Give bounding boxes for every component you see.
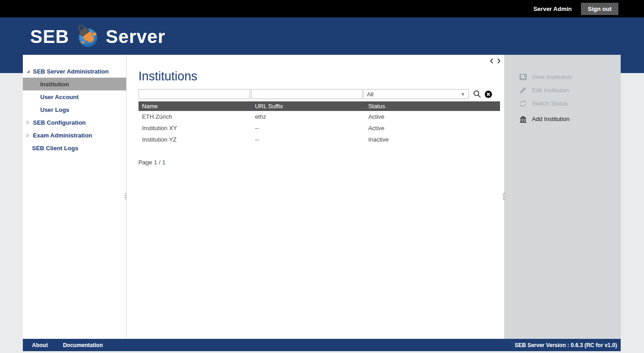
clear-filter-icon: [484, 90, 492, 98]
tree-expanded-icon[interactable]: [26, 69, 30, 74]
sidebar-item-seb-server-administration[interactable]: SEB Server Administration: [23, 65, 126, 78]
sidebar-item-label: SEB Client Logs: [32, 145, 78, 152]
tree-collapsed-icon[interactable]: [26, 121, 30, 125]
filter-status-select[interactable]: All ▼: [363, 89, 469, 99]
logo-text-seb: SEB: [30, 25, 69, 48]
table-row[interactable]: Institution XY -- Active: [138, 122, 500, 134]
cell-name: Institution YZ: [138, 136, 251, 143]
tree-collapsed-icon[interactable]: [26, 133, 30, 137]
cell-url-suffix: --: [251, 125, 365, 132]
filter-row: All ▼: [138, 89, 504, 99]
column-header-url-suffix[interactable]: URL Suffix: [251, 103, 365, 110]
sidebar-item-seb-configuration[interactable]: SEB Configuration: [23, 116, 126, 129]
action-label: View Institution: [532, 74, 572, 80]
cell-url-suffix: ethz: [251, 113, 365, 120]
sidebar-item-label: User Account: [40, 94, 79, 100]
table-row[interactable]: Institution YZ -- Inactive: [138, 134, 500, 145]
institutions-table: Name URL Suffix Status ETH Zürich ethz A…: [138, 101, 500, 145]
filter-url-suffix-input[interactable]: [251, 89, 362, 99]
main-content: Institutions All ▼ Name URL Suffix: [127, 55, 504, 339]
cell-status: Active: [365, 125, 500, 132]
action-pane: View Institution Edit Institution Switch…: [505, 55, 621, 339]
search-icon: [473, 90, 481, 98]
sidebar-nav: SEB Server Administration Institution Us…: [23, 55, 126, 339]
sidebar-item-seb-client-logs[interactable]: SEB Client Logs: [23, 142, 126, 154]
sign-out-button[interactable]: Sign out: [581, 3, 618, 15]
cell-status: Inactive: [365, 136, 500, 143]
edit-institution-icon: [519, 87, 527, 94]
app-logo: SEB Server: [30, 24, 165, 49]
logged-in-user-label: Server Admin: [533, 5, 572, 12]
table-row[interactable]: ETH Zürich ethz Active: [138, 111, 500, 122]
filter-status-value: All: [367, 91, 373, 98]
sidebar-item-exam-administration[interactable]: Exam Administration: [23, 129, 126, 142]
sidebar-item-user-account[interactable]: User Account: [23, 90, 126, 103]
sidebar-item-label: User Logs: [40, 106, 69, 113]
topbar: Server Admin Sign out: [0, 0, 644, 17]
sidebar-item-label: Institution: [40, 81, 69, 88]
add-institution-icon: [519, 116, 527, 123]
column-header-status[interactable]: Status: [365, 103, 500, 110]
pagination-label: Page 1 / 1: [138, 159, 504, 166]
cell-status: Active: [365, 113, 500, 120]
sidebar-item-label: SEB Server Administration: [33, 68, 109, 75]
sidebar-item-label: Exam Administration: [33, 132, 92, 139]
page-title: Institutions: [138, 69, 504, 83]
action-label: Switch Status: [532, 100, 568, 107]
splitter-handle[interactable]: [503, 193, 506, 200]
filter-name-input[interactable]: [138, 89, 250, 99]
table-header-row: Name URL Suffix Status: [138, 101, 500, 111]
cell-url-suffix: --: [251, 136, 365, 143]
footer-link-about[interactable]: About: [32, 342, 48, 348]
action-label: Add Institution: [532, 116, 569, 122]
action-edit-institution: Edit Institution: [505, 84, 621, 97]
version-label: SEB Server Version : 0.6.3 (RC for v1.0): [515, 342, 617, 348]
action-add-institution[interactable]: Add Institution: [505, 112, 621, 126]
collapse-right-icon[interactable]: [497, 58, 501, 64]
right-splitter: [504, 55, 505, 339]
column-header-name[interactable]: Name: [138, 103, 251, 110]
view-institution-icon: [519, 74, 527, 80]
action-switch-status: Switch Status: [505, 97, 621, 110]
action-view-institution: View Institution: [505, 70, 621, 84]
sidebar-item-user-logs[interactable]: User Logs: [23, 103, 126, 116]
collapse-left-icon[interactable]: [490, 58, 494, 64]
cell-name: Institution XY: [138, 125, 251, 132]
sidebar-item-label: SEB Configuration: [33, 119, 86, 126]
footer-link-documentation[interactable]: Documentation: [63, 342, 103, 348]
cell-name: ETH Zürich: [138, 113, 251, 120]
panel-collapse-controls: [490, 58, 501, 64]
seb-globe-lock-icon: [75, 24, 100, 49]
footer: About Documentation SEB Server Version :…: [23, 339, 621, 351]
search-button[interactable]: [473, 90, 481, 98]
switch-status-icon: [519, 100, 527, 107]
logo-text-server: Server: [106, 25, 165, 48]
content-panel: SEB Server Administration Institution Us…: [23, 55, 621, 339]
sidebar-item-institution[interactable]: Institution: [23, 78, 126, 90]
clear-filter-button[interactable]: [484, 90, 492, 98]
chevron-down-icon: ▼: [461, 92, 465, 97]
action-label: Edit Institution: [532, 87, 569, 94]
